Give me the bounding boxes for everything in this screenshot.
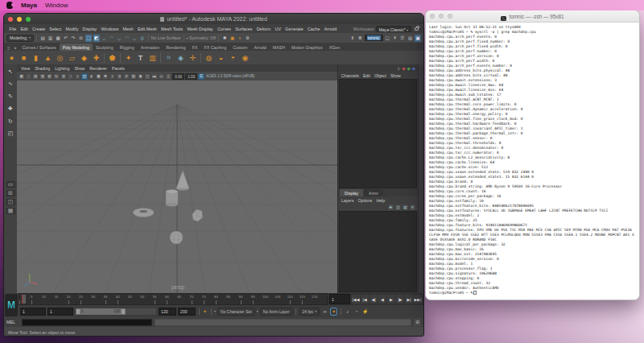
fps-selector[interactable]: 24 fps ▾: [299, 308, 320, 316]
select-tool[interactable]: ↖: [6, 67, 15, 76]
svg-tool-icon[interactable]: ▥: [147, 52, 158, 63]
shelf-tab-poly-modeling[interactable]: Poly Modeling: [60, 43, 93, 51]
select-component-icon[interactable]: ◩: [93, 35, 100, 42]
render-settings-icon[interactable]: ⚙: [245, 35, 251, 42]
terminal-output[interactable]: Last login: Sun Oct 31 08:52:31 on ttys0…: [426, 23, 639, 300]
maya-menu-windows[interactable]: Windows: [99, 27, 121, 31]
poly-cube-icon[interactable]: ■: [19, 52, 29, 63]
attribute-editor-toggle[interactable]: ▢: [384, 35, 390, 42]
panel-menu-lighting[interactable]: Lighting: [55, 66, 69, 71]
poly-plane-icon[interactable]: ▱: [67, 52, 77, 63]
new-scene-icon[interactable]: ▤: [39, 35, 46, 42]
maya-menu-deform[interactable]: Deform: [254, 27, 273, 31]
lasso-tool[interactable]: ∿: [6, 80, 15, 89]
step-back-frame-button[interactable]: |◀: [361, 295, 369, 304]
terminal-titlebar[interactable]: ›_tomnic — -zsh — 95x81: [426, 10, 639, 23]
maya-menu-mesh[interactable]: Mesh: [121, 27, 135, 31]
maya-menu-edit-mesh[interactable]: Edit Mesh: [135, 27, 159, 31]
script-editor-icon[interactable]: ⊞: [414, 319, 421, 326]
snap-grid-icon[interactable]: ◡: [101, 35, 107, 42]
ipr-render-icon[interactable]: ◐: [237, 35, 243, 42]
range-handle-right[interactable]: [122, 309, 125, 314]
motion-blur-icon[interactable]: ≋: [123, 73, 130, 80]
poly-disc-icon[interactable]: ◆: [79, 52, 89, 63]
lock-workspace-icon[interactable]: [415, 27, 419, 31]
manip-icon[interactable]: ◆: [412, 66, 415, 71]
auto-keyframe-toggle[interactable]: ✦: [330, 308, 337, 316]
play-backwards-button[interactable]: ◀: [378, 295, 386, 304]
animation-start-field[interactable]: 1: [20, 308, 46, 316]
field-chart-icon[interactable]: ▬: [151, 73, 158, 80]
shelf-tab-sculpting[interactable]: Sculpting: [93, 43, 117, 51]
shelf-tab-mash[interactable]: MASH: [270, 43, 288, 51]
character-set-selector[interactable]: No Character Set: [217, 308, 255, 316]
speed-state-icon[interactable]: ◆: [402, 66, 405, 71]
shaded-icon[interactable]: ●: [89, 73, 95, 80]
wireframe-icon[interactable]: ◫: [81, 73, 88, 80]
symmetry-selector[interactable]: Symmetry: Off: [189, 35, 216, 40]
shelf-tab-custom[interactable]: Custom: [229, 43, 250, 51]
shelf-tab-arnold[interactable]: Arnold: [250, 43, 269, 51]
panel-menu-show[interactable]: Show: [74, 66, 85, 71]
ao-icon[interactable]: ◎: [117, 73, 123, 80]
channel-box-toggle[interactable]: ☰: [399, 35, 406, 42]
layer-editor-content[interactable]: [339, 211, 417, 292]
maya-menu-create[interactable]: Create: [30, 27, 47, 31]
pause-viewport-icon[interactable]: Ⅱ: [349, 35, 356, 42]
layer-menu-help[interactable]: Help: [376, 198, 385, 203]
maya-menu-generate[interactable]: Generate: [283, 27, 306, 31]
cylinder-object[interactable]: [166, 190, 178, 207]
boolean-union-icon[interactable]: ◍: [204, 52, 214, 63]
time-slider-track[interactable]: 5101520253035404550556065707580859095100…: [19, 293, 328, 305]
shelf-tab-curves-surfaces[interactable]: Curves / Surfaces: [19, 43, 60, 51]
maya-menu-curves[interactable]: Curves: [215, 27, 233, 31]
combine-icon[interactable]: ◒: [216, 52, 226, 63]
isolate-select-icon[interactable]: ◻: [144, 73, 151, 80]
select-camera-icon[interactable]: ▦: [19, 73, 25, 80]
snap-curve-icon[interactable]: ◠: [109, 35, 115, 42]
playback-start-field[interactable]: 1: [47, 308, 73, 316]
panel-menu-renderer[interactable]: Renderer: [89, 66, 107, 71]
layer-menu-options[interactable]: Options: [358, 198, 373, 203]
lock-camera-icon[interactable]: ◦: [26, 73, 32, 80]
poly-torus-icon[interactable]: ◎: [55, 52, 65, 63]
construction-history-icon[interactable]: ✱: [221, 35, 228, 42]
gate-mask-icon[interactable]: ▯: [165, 73, 171, 80]
select-object-icon[interactable]: ⬚: [85, 35, 92, 42]
exposure-field[interactable]: 0.00: [172, 73, 184, 80]
maya-menu-edit[interactable]: Edit: [19, 27, 30, 31]
panel-menu-shading[interactable]: Shading: [35, 66, 50, 71]
gamma-field[interactable]: 1.00: [185, 73, 197, 80]
shelf-tab-rigging[interactable]: Rigging: [117, 43, 138, 51]
layer-tab-display[interactable]: Display: [340, 189, 363, 196]
mute-icon[interactable]: ♪: [344, 308, 351, 316]
play-forwards-button[interactable]: ▶: [387, 295, 395, 304]
snap-center-icon[interactable]: ◠: [124, 35, 130, 42]
range-slider-bar[interactable]: 1 120: [76, 308, 126, 315]
textured-icon[interactable]: ▩: [96, 73, 102, 80]
make-live-icon[interactable]: ◎: [139, 35, 146, 42]
anim-layer-selector[interactable]: No Anim Layer: [260, 308, 293, 316]
maya-menu-mesh-tools[interactable]: Mesh Tools: [159, 27, 184, 31]
modeling-toolkit-toggle[interactable]: ▣: [415, 35, 421, 42]
snap-viewplane-icon[interactable]: ◡: [131, 35, 138, 42]
single-pane-layout[interactable]: ▭: [6, 181, 15, 188]
poly-cone-icon[interactable]: ▲: [43, 52, 53, 63]
platonic-solid-icon[interactable]: ⬟: [107, 52, 118, 63]
command-input[interactable]: [22, 319, 152, 326]
oversampling-icon[interactable]: ◍: [60, 73, 67, 80]
image-plane-icon[interactable]: ▧: [47, 73, 53, 80]
layer-list-icon[interactable]: ≡: [410, 205, 415, 210]
joint-tool-icon[interactable]: ⌗: [163, 52, 174, 63]
poly-superellipse-icon[interactable]: ✚: [91, 52, 101, 63]
maya-menu-modify[interactable]: Modify: [64, 27, 80, 31]
sweep-mesh-icon[interactable]: ✦: [123, 52, 134, 63]
maya-menu-display[interactable]: Display: [80, 27, 99, 31]
dof-icon[interactable]: ◉: [138, 73, 144, 80]
hyperbolic-icon[interactable]: ◆: [407, 66, 411, 71]
curve-tool-icon[interactable]: ✛: [188, 52, 198, 63]
pin-channel-icon[interactable]: ⊹: [397, 66, 401, 71]
rotate-tool[interactable]: ↻: [6, 117, 15, 126]
current-frame-field[interactable]: 1: [329, 294, 350, 304]
animation-end-field[interactable]: 200: [178, 308, 196, 316]
